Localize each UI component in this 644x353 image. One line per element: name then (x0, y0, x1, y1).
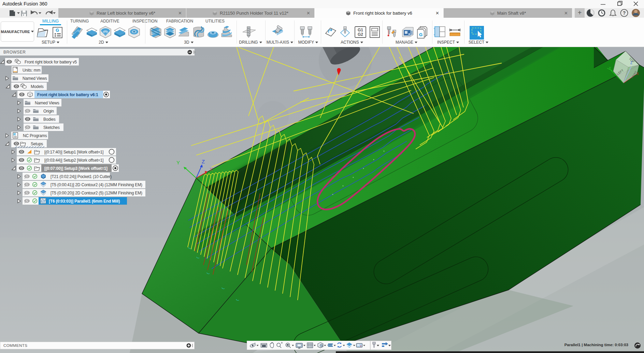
svg-text:G: G (419, 32, 423, 37)
svg-text:[(0:07:00)] Setup3 [Work offse: [(0:07:00)] Setup3 [Work offset=1] (44, 166, 108, 171)
svg-text:[(0:03:44)] Setup2 [Work offse: [(0:03:44)] Setup2 [Work offset=1] (44, 158, 103, 163)
svg-text:X: X (636, 72, 639, 76)
svg-text:G1: G1 (358, 28, 363, 32)
svg-text:G: G (56, 28, 59, 33)
svg-text:[T21 (0:02:24)] Pocket1 (10 Cu: [T21 (0:02:24)] Pocket1 (10 Cutter) (51, 174, 112, 179)
svg-text:Sketches: Sketches (43, 125, 60, 130)
svg-text:[T6 (0:03:03)] Parallel1 (6mm: [T6 (0:03:03)] Parallel1 (6mm End Mill) (49, 199, 120, 204)
svg-text:[T5 (0:00:41)] 2D Contour2 (4): [T5 (0:00:41)] 2D Contour2 (4) (12MM Fin… (51, 182, 142, 187)
svg-text:?: ? (623, 10, 626, 16)
svg-text:Front right block for battery: Front right block for battery v5 (25, 60, 77, 64)
svg-text:G2: G2 (358, 32, 363, 37)
svg-text:Units: mm: Units: mm (23, 68, 40, 73)
svg-text:Setups: Setups (31, 142, 43, 146)
svg-text:Named Views: Named Views (23, 76, 47, 81)
svg-text:NC Programs: NC Programs (23, 133, 47, 138)
svg-text:X: X (210, 166, 213, 172)
svg-text:Bodies: Bodies (43, 117, 56, 122)
svg-text:Z: Z (202, 159, 205, 164)
svg-text:Origin: Origin (43, 109, 54, 114)
svg-text:Models: Models (31, 84, 44, 89)
svg-text:Front right block for battery: Front right block for battery v6:1 (37, 92, 98, 97)
svg-text:[T5 (0:00:20)] 2D Contour2 (5): [T5 (0:00:20)] 2D Contour2 (5) (12MM Fin… (51, 191, 142, 195)
svg-text:Y: Y (609, 67, 611, 70)
svg-text:[(0:17:40)] Setup1 [Work offse: [(0:17:40)] Setup1 [Work offset=1] (44, 150, 103, 155)
svg-text:Z: Z (630, 61, 632, 65)
svg-text:Named Views: Named Views (35, 101, 59, 105)
